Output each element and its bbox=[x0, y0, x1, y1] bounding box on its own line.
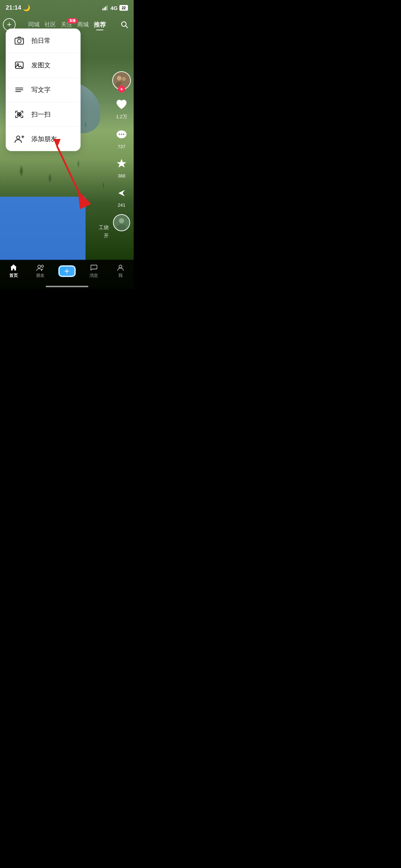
bottom-nav-home-label: 首页 bbox=[9, 273, 18, 279]
bottom-nav-profile-label: 我 bbox=[118, 273, 123, 279]
video-text-line1: 工烧 bbox=[99, 223, 109, 231]
scan-icon bbox=[14, 109, 25, 120]
bottom-nav-plus[interactable]: + bbox=[56, 265, 78, 277]
svg-rect-2 bbox=[105, 6, 106, 10]
status-right: 4G 22 bbox=[102, 5, 128, 11]
svg-point-7 bbox=[17, 40, 21, 43]
clock: 21:14 bbox=[6, 4, 21, 11]
star-icon bbox=[113, 156, 130, 172]
svg-point-39 bbox=[119, 265, 122, 268]
status-bar: 21:14 🌙 4G 22 bbox=[0, 0, 134, 16]
share-action[interactable]: 241 bbox=[113, 185, 130, 208]
search-button[interactable] bbox=[118, 18, 131, 31]
like-icon bbox=[113, 96, 130, 113]
video-text-line2: 开 bbox=[99, 232, 109, 239]
home-indicator bbox=[46, 286, 88, 287]
svg-rect-14 bbox=[17, 113, 19, 114]
camera-icon bbox=[14, 35, 25, 46]
battery-icon: 22 bbox=[119, 5, 128, 11]
svg-rect-15 bbox=[20, 113, 21, 114]
status-time: 21:14 🌙 bbox=[6, 4, 30, 12]
menu-label-post-image: 发图文 bbox=[31, 61, 51, 69]
svg-rect-16 bbox=[17, 115, 19, 116]
svg-point-30 bbox=[119, 134, 120, 135]
star-count: 388 bbox=[118, 173, 125, 179]
menu-label-write-text: 写文字 bbox=[31, 86, 51, 94]
like-action[interactable]: 1.2万 bbox=[113, 96, 130, 120]
blue-section-overlay bbox=[0, 197, 86, 260]
bottom-nav: 首页 朋友 + 消息 我 bbox=[0, 260, 134, 289]
follow-button[interactable]: + bbox=[118, 86, 125, 93]
svg-point-35 bbox=[119, 218, 124, 223]
svg-point-25 bbox=[117, 76, 122, 81]
share-icon bbox=[113, 185, 130, 201]
nav-item-shangcheng[interactable]: 商城 bbox=[77, 21, 89, 29]
svg-point-32 bbox=[123, 134, 124, 135]
bottom-nav-home[interactable]: 首页 bbox=[3, 264, 24, 279]
svg-point-8 bbox=[22, 39, 23, 40]
signal-icon bbox=[102, 5, 109, 10]
dropdown-menu: 拍日常 发图文 写文字 bbox=[6, 29, 81, 151]
nav-item-tongcheng[interactable]: 同城 bbox=[28, 21, 40, 29]
comment-action[interactable]: 737 bbox=[113, 126, 130, 149]
bottom-nav-friends-label: 朋友 bbox=[36, 273, 45, 279]
comment-count: 737 bbox=[118, 144, 125, 149]
network-type: 4G bbox=[110, 5, 118, 11]
svg-marker-33 bbox=[117, 159, 127, 167]
menu-item-add-friend[interactable]: 添加朋友 bbox=[6, 127, 81, 151]
bottom-nav-friends[interactable]: 朋友 bbox=[30, 264, 51, 279]
bottom-nav-messages-label: 消息 bbox=[89, 273, 98, 279]
svg-rect-3 bbox=[107, 5, 108, 10]
svg-point-26 bbox=[122, 77, 126, 81]
star-action[interactable]: 388 bbox=[113, 156, 130, 179]
svg-point-37 bbox=[38, 265, 41, 268]
menu-label-scan: 扫一扫 bbox=[31, 110, 51, 119]
bottom-nav-messages[interactable]: 消息 bbox=[83, 264, 104, 279]
nav-item-shequ[interactable]: 社区 bbox=[45, 21, 56, 29]
right-sidebar: + 1.2万 737 388 bbox=[112, 71, 131, 231]
second-avatar[interactable] bbox=[113, 214, 130, 231]
svg-line-5 bbox=[126, 26, 128, 28]
nav-items: 同城 社区 关注 直播 商城 推荐 bbox=[16, 21, 118, 29]
svg-rect-0 bbox=[102, 9, 103, 10]
video-text-overlay: 工烧 开 bbox=[99, 223, 109, 239]
menu-item-scan[interactable]: 扫一扫 bbox=[6, 102, 81, 127]
nav-item-guanzhu[interactable]: 关注 直播 bbox=[61, 21, 72, 29]
menu-item-post-image[interactable]: 发图文 bbox=[6, 53, 81, 78]
text-icon bbox=[14, 84, 25, 95]
bottom-nav-profile[interactable]: 我 bbox=[110, 264, 131, 279]
svg-point-38 bbox=[41, 265, 43, 267]
svg-rect-17 bbox=[20, 115, 21, 116]
share-count: 241 bbox=[118, 202, 125, 208]
add-friend-icon bbox=[14, 133, 25, 145]
like-count: 1.2万 bbox=[116, 114, 127, 120]
menu-item-write-text[interactable]: 写文字 bbox=[6, 78, 81, 102]
moon-icon: 🌙 bbox=[23, 4, 30, 12]
nav-item-tuijian[interactable]: 推荐 bbox=[94, 21, 106, 29]
svg-rect-1 bbox=[104, 7, 105, 10]
svg-point-36 bbox=[117, 224, 126, 231]
comment-icon bbox=[113, 126, 130, 143]
svg-point-18 bbox=[17, 136, 20, 139]
menu-label-add-friend: 添加朋友 bbox=[31, 135, 57, 143]
menu-label-photo-daily: 拍日常 bbox=[31, 36, 51, 45]
live-badge: 直播 bbox=[67, 18, 77, 24]
menu-item-photo-daily[interactable]: 拍日常 bbox=[6, 29, 81, 53]
image-icon bbox=[14, 60, 25, 71]
plus-button[interactable]: + bbox=[58, 265, 76, 277]
svg-point-31 bbox=[121, 134, 122, 135]
creator-avatar-container[interactable]: + bbox=[112, 71, 131, 90]
